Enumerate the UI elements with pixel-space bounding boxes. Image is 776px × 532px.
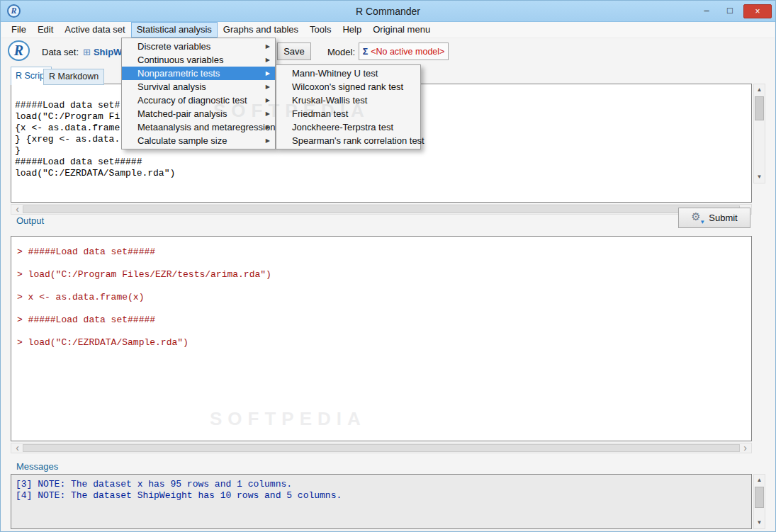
r-commander-window: R R Commander – □ × File Edit Active dat…	[0, 0, 776, 532]
menu-item-label: Matched-pair analysis	[137, 108, 227, 119]
messages-label: Messages	[16, 461, 58, 472]
menu-item-continuous-variables[interactable]: Continuous variables ▶	[122, 53, 275, 67]
menu-item-calculate-sample-size[interactable]: Calculate sample size ▶	[122, 134, 275, 147]
sigma-icon: Σ	[363, 47, 369, 57]
output-line: > load("C:/Program Files/EZR/tests/arima…	[17, 269, 746, 292]
submit-button-label: Submit	[709, 213, 737, 223]
menu-item-kruskal-wallis-test[interactable]: Kruskal-Wallis test	[276, 94, 420, 107]
submenu-arrow-icon: ▶	[266, 67, 270, 80]
nonparametric-tests-submenu: Mann-Whitney U test Wilcoxon's signed ra…	[276, 64, 421, 149]
scroll-left-icon[interactable]: ‹	[12, 443, 23, 453]
menu-help[interactable]: Help	[337, 22, 367, 38]
dataset-table-icon: ⊞	[83, 47, 91, 57]
scroll-left-icon[interactable]: ‹	[12, 205, 23, 214]
messages-vertical-scrollbar[interactable]: ▲ ▼	[753, 474, 765, 529]
menu-statistical-analysis[interactable]: Statistical analysis	[131, 22, 218, 38]
menu-original-menu[interactable]: Original menu	[367, 22, 436, 38]
model-label: Model:	[327, 47, 355, 57]
menu-item-wilcoxons-signed-rank-test[interactable]: Wilcoxon's signed rank test	[276, 80, 420, 94]
scroll-up-icon[interactable]: ▲	[754, 84, 765, 96]
titlebar[interactable]: R R Commander – □ ×	[1, 1, 775, 22]
model-value: <No active model>	[371, 47, 444, 57]
submenu-arrow-icon: ▶	[266, 107, 270, 120]
menu-item-label: Continuous variables	[137, 55, 223, 65]
model-button[interactable]: Σ <No active model>	[359, 43, 449, 60]
script-line: #####Load data set#####	[15, 157, 748, 168]
menubar: File Edit Active data set Statistical an…	[1, 22, 775, 38]
submenu-arrow-icon: ▶	[266, 40, 270, 53]
menu-item-spearmans-rank-correlation-test[interactable]: Spearman's rank correlation test	[276, 134, 420, 147]
output-line: > x <- as.data.frame(x)	[17, 292, 746, 315]
tab-r-markdown[interactable]: R Markdown	[43, 69, 104, 85]
menu-item-label: Survival analysis	[137, 81, 206, 92]
statistical-analysis-menu: Discrete variables ▶ Continuous variable…	[121, 38, 276, 149]
message-line: [4] NOTE: The dataset ShipWeight has 10 …	[16, 490, 747, 502]
submenu-arrow-icon: ▶	[266, 120, 270, 134]
messages-area[interactable]: [3] NOTE: The dataset x has 95 rows and …	[11, 474, 752, 529]
menu-item-mann-whitney-u-test[interactable]: Mann-Whitney U test	[276, 67, 420, 80]
scrollbar-thumb[interactable]	[755, 487, 764, 508]
menu-item-nonparametric-tests[interactable]: Nonparametric tests ▶	[122, 67, 275, 80]
window-title: R Commander	[1, 1, 775, 22]
menu-item-discrete-variables[interactable]: Discrete variables ▶	[122, 40, 275, 53]
menu-item-metaanalysis-and-metaregression[interactable]: Metaanalysis and metaregression ▶	[122, 120, 275, 134]
scroll-right-icon[interactable]: ›	[740, 443, 750, 453]
script-horizontal-scrollbar[interactable]: ‹ ›	[11, 204, 752, 215]
menu-item-label: Calculate sample size	[137, 135, 227, 146]
message-line: [3] NOTE: The dataset x has 95 rows and …	[16, 479, 747, 490]
submit-button[interactable]: ⚙ ▼ Submit	[678, 208, 750, 228]
menu-file[interactable]: File	[6, 22, 32, 38]
maximize-button[interactable]: □	[720, 4, 740, 18]
submenu-arrow-icon: ▶	[266, 53, 270, 67]
scrollbar-thumb[interactable]	[23, 205, 740, 213]
menu-item-friedman-test[interactable]: Friedman test	[276, 107, 420, 120]
script-line: load("C:/EZRDATA/Sample.rda")	[15, 168, 748, 179]
output-line: > load("C:/EZRDATA/Sample.rda")	[17, 337, 746, 360]
output-label: Output	[16, 215, 44, 226]
scroll-up-icon[interactable]: ▲	[754, 475, 765, 486]
menu-tools[interactable]: Tools	[304, 22, 337, 38]
maximize-icon: □	[727, 5, 733, 16]
script-vertical-scrollbar[interactable]: ▲ ▼	[753, 84, 765, 183]
submenu-arrow-icon: ▶	[266, 134, 270, 147]
close-button[interactable]: ×	[743, 4, 772, 18]
arrow-down-icon: ▼	[699, 219, 705, 225]
scrollbar-thumb[interactable]	[755, 96, 764, 120]
menu-item-label: Metaanalysis and metaregression	[137, 122, 275, 132]
submit-gear-icon: ⚙ ▼	[691, 212, 704, 224]
output-line: > #####Load data set#####	[17, 315, 746, 337]
menu-item-jonckheere-terpstra-test[interactable]: Jonckheere-Terpstra test	[276, 120, 420, 134]
dataset-label: Data set:	[42, 47, 79, 57]
submenu-arrow-icon: ▶	[266, 80, 270, 94]
menu-graphs-and-tables[interactable]: Graphs and tables	[218, 22, 304, 38]
dataset-value: ShipW	[94, 47, 122, 57]
menu-item-label: Discrete variables	[137, 41, 210, 52]
close-icon: ×	[755, 6, 760, 16]
menu-active-data-set[interactable]: Active data set	[59, 22, 130, 38]
output-area[interactable]: > #####Load data set##### > load("C:/Pro…	[11, 236, 752, 441]
menu-item-accuracy-of-diagnostic-test[interactable]: Accuracy of diagnostic test ▶	[122, 94, 275, 107]
rcmdr-logo-icon: R	[8, 40, 30, 61]
menu-item-label: Accuracy of diagnostic test	[137, 95, 247, 106]
menu-item-label: Nonparametric tests	[137, 68, 220, 79]
output-line: > #####Load data set#####	[17, 247, 746, 269]
scroll-down-icon[interactable]: ▼	[754, 517, 765, 528]
menu-item-matched-pair-analysis[interactable]: Matched-pair analysis ▶	[122, 107, 275, 120]
window-controls: – □ ×	[697, 4, 772, 18]
output-horizontal-scrollbar[interactable]: ‹ ›	[11, 443, 752, 453]
menu-item-survival-analysis[interactable]: Survival analysis ▶	[122, 80, 275, 94]
minimize-button[interactable]: –	[697, 4, 716, 18]
scrollbar-thumb[interactable]	[23, 444, 740, 452]
submenu-arrow-icon: ▶	[266, 94, 270, 107]
scroll-down-icon[interactable]: ▼	[754, 171, 765, 183]
minimize-icon: –	[704, 5, 709, 16]
menu-edit[interactable]: Edit	[32, 22, 59, 38]
dataset-button[interactable]: ⊞ ShipW	[83, 44, 122, 60]
save-button[interactable]: Save	[277, 43, 311, 60]
